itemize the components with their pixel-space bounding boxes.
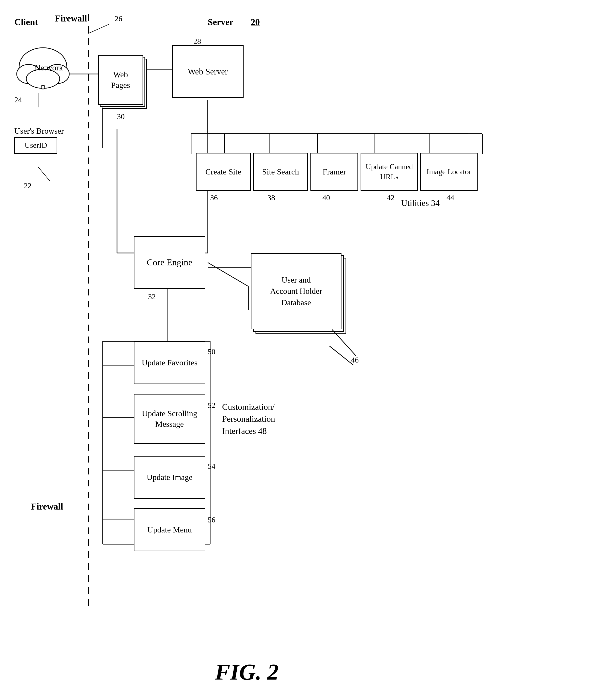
ref-54: 54 bbox=[208, 462, 215, 471]
core-engine-label: Core Engine bbox=[147, 256, 192, 268]
update-favorites-box: Update Favorites bbox=[134, 341, 206, 384]
ref-30: 30 bbox=[117, 112, 125, 121]
network-cloud: Network bbox=[14, 43, 72, 91]
update-canned-box: Update Canned URLs bbox=[361, 153, 418, 191]
server-num: 20 bbox=[251, 17, 260, 27]
client-label: Client bbox=[14, 17, 38, 27]
framer-box: Framer bbox=[310, 153, 358, 191]
svg-point-37 bbox=[41, 85, 45, 89]
svg-line-29 bbox=[330, 346, 354, 365]
users-browser-label: User's Browser bbox=[14, 126, 64, 135]
site-search-box: Site Search bbox=[253, 153, 308, 191]
svg-line-30 bbox=[88, 24, 110, 33]
ref-40: 40 bbox=[322, 193, 330, 202]
ref-46: 46 bbox=[351, 356, 359, 365]
ref-42: 42 bbox=[387, 193, 394, 202]
ref-28: 28 bbox=[193, 37, 201, 46]
image-locator-box: Image Locator bbox=[420, 153, 478, 191]
web-server-label: Web Server bbox=[188, 66, 228, 77]
ref-56: 56 bbox=[208, 516, 215, 524]
utilities-label: Utilities 34 bbox=[401, 198, 440, 208]
firewall-bottom-label: Firewall bbox=[31, 501, 63, 512]
ref-38: 38 bbox=[267, 193, 275, 202]
svg-line-15 bbox=[208, 262, 248, 286]
svg-line-32 bbox=[38, 167, 50, 181]
svg-text:Network: Network bbox=[34, 63, 63, 72]
ref-36: 36 bbox=[210, 193, 218, 202]
ref-26: 26 bbox=[115, 14, 122, 23]
create-site-label: Create Site bbox=[206, 167, 241, 177]
update-menu-label: Update Menu bbox=[147, 525, 192, 535]
db-ref-line bbox=[332, 329, 365, 365]
update-menu-box: Update Menu bbox=[134, 508, 206, 551]
update-favorites-label: Update Favorites bbox=[142, 357, 197, 368]
ref-52: 52 bbox=[208, 401, 215, 410]
update-scrolling-label: Update Scrolling Message bbox=[135, 408, 204, 429]
update-image-label: Update Image bbox=[147, 472, 192, 482]
userid-label: UserID bbox=[25, 140, 47, 150]
figure-caption: FIG. 2 bbox=[215, 659, 279, 685]
update-scrolling-box: Update Scrolling Message bbox=[134, 394, 206, 444]
site-search-label: Site Search bbox=[262, 167, 299, 177]
userid-box: UserID bbox=[14, 137, 57, 154]
server-label: Server bbox=[208, 17, 234, 27]
firewall-top-label: Firewall bbox=[55, 13, 87, 24]
create-site-box: Create Site bbox=[196, 153, 251, 191]
ref-50: 50 bbox=[208, 347, 215, 356]
customization-label: Customization/ Personalization Interface… bbox=[222, 401, 294, 437]
connecting-lines bbox=[0, 0, 602, 700]
core-engine-box: Core Engine bbox=[134, 236, 206, 289]
web-pages-stack: WebPages bbox=[98, 55, 146, 107]
image-locator-label: Image Locator bbox=[427, 167, 471, 177]
update-canned-label: Update Canned URLs bbox=[361, 162, 417, 182]
update-image-box: Update Image bbox=[134, 456, 206, 499]
ref-32: 32 bbox=[148, 292, 156, 301]
web-server-box: Web Server bbox=[172, 45, 244, 98]
diagram: Client Firewall 26 Server 20 Network 24 … bbox=[0, 0, 602, 700]
ref-44: 44 bbox=[447, 193, 454, 202]
ref-24: 24 bbox=[14, 96, 22, 104]
framer-label: Framer bbox=[322, 167, 346, 177]
ref-22: 22 bbox=[24, 181, 31, 190]
